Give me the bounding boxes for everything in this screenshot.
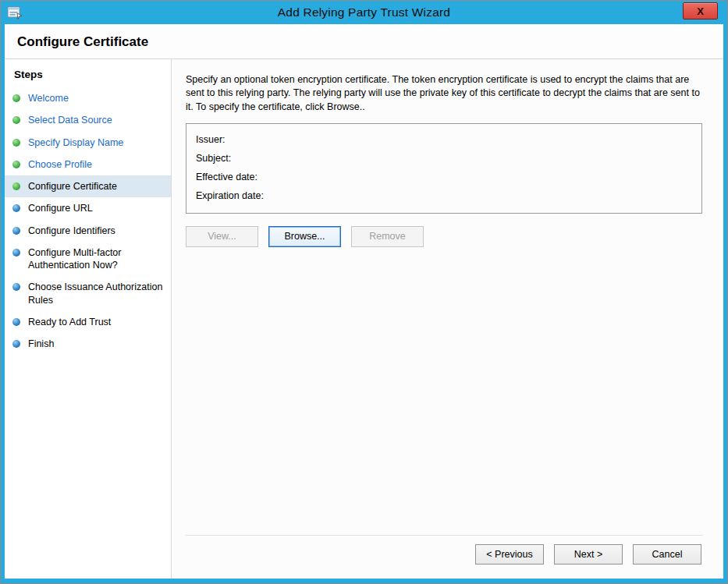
sidebar-item-choose-issuance-rules: Choose Issuance Authorization Rules xyxy=(5,276,171,311)
sidebar-item-finish: Finish xyxy=(5,333,171,355)
wizard-navigation: < Previous Next > Cancel xyxy=(186,535,703,568)
sidebar-item-configure-url: Configure URL xyxy=(5,197,171,219)
next-button[interactable]: Next > xyxy=(554,544,623,565)
step-todo-icon xyxy=(12,318,20,326)
wizard-window: Add Relying Party Trust Wizard X Configu… xyxy=(0,0,728,584)
step-done-icon xyxy=(12,116,20,124)
step-todo-icon xyxy=(12,283,20,291)
cancel-button[interactable]: Cancel xyxy=(633,544,701,565)
page-header: Configure Certificate xyxy=(5,24,723,59)
page-title: Configure Certificate xyxy=(17,34,711,50)
titlebar: Add Relying Party Trust Wizard X xyxy=(5,1,723,24)
content-pane: Specify an optional token encryption cer… xyxy=(172,59,723,579)
certificate-details-box: Issuer: Subject: Effective date: Expirat… xyxy=(186,123,702,214)
sidebar-item-specify-display-name[interactable]: Specify Display Name xyxy=(5,132,171,154)
sidebar-item-choose-profile[interactable]: Choose Profile xyxy=(5,154,171,175)
step-current-icon xyxy=(12,182,20,190)
steps-list: Welcome Select Data Source Specify Displ… xyxy=(5,87,171,355)
window-body: Configure Certificate Steps Welcome Sele… xyxy=(5,24,723,579)
sidebar-item-welcome[interactable]: Welcome xyxy=(5,87,171,109)
step-todo-icon xyxy=(12,204,20,212)
steps-heading: Steps xyxy=(5,65,171,87)
effective-date-label: Effective date: xyxy=(196,168,692,186)
step-done-icon xyxy=(12,139,20,147)
window-title: Add Relying Party Trust Wizard xyxy=(5,5,723,19)
subject-label: Subject: xyxy=(196,149,692,168)
sidebar-item-configure-mfa: Configure Multi-factor Authentication No… xyxy=(5,242,171,277)
expiration-date-label: Expiration date: xyxy=(196,186,692,205)
browse-button[interactable]: Browse... xyxy=(268,226,341,247)
remove-button[interactable]: Remove xyxy=(351,226,424,247)
step-done-icon xyxy=(12,161,20,168)
sidebar-item-select-data-source[interactable]: Select Data Source xyxy=(5,109,171,131)
step-done-icon xyxy=(12,94,20,102)
sidebar-item-configure-certificate: Configure Certificate xyxy=(5,175,171,197)
view-button[interactable]: View... xyxy=(186,226,258,247)
close-button[interactable]: X xyxy=(683,2,718,19)
sidebar-item-ready-to-add-trust: Ready to Add Trust xyxy=(5,311,171,333)
app-icon xyxy=(7,5,23,19)
step-todo-icon xyxy=(12,249,20,257)
step-todo-icon xyxy=(12,227,20,235)
certificate-actions: View... Browse... Remove xyxy=(186,226,703,247)
previous-button[interactable]: < Previous xyxy=(475,544,544,565)
step-todo-icon xyxy=(12,340,20,348)
steps-sidebar: Steps Welcome Select Data Source Specify… xyxy=(5,59,172,579)
sidebar-item-configure-identifiers: Configure Identifiers xyxy=(5,220,171,242)
instruction-text: Specify an optional token encryption cer… xyxy=(186,73,703,114)
issuer-label: Issuer: xyxy=(196,130,692,149)
